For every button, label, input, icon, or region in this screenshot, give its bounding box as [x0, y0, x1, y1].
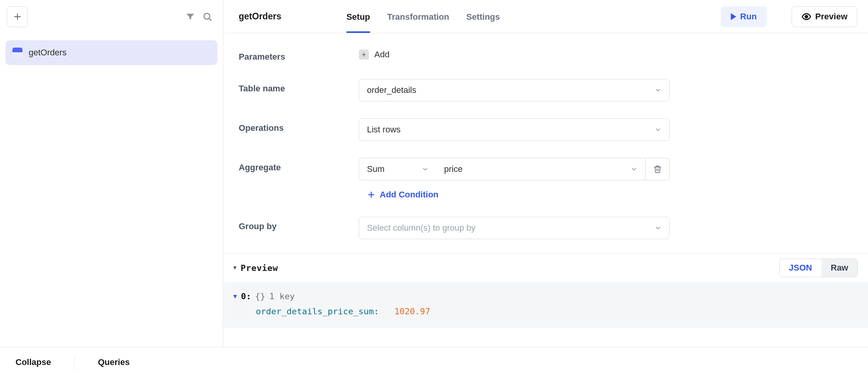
- chevron-down-icon: [422, 166, 429, 173]
- preview-header: ▼ Preview JSON Raw: [223, 254, 868, 282]
- plus-icon: [13, 12, 22, 21]
- tab-settings[interactable]: Settings: [466, 0, 500, 33]
- query-title: getOrders: [239, 11, 281, 22]
- aggregate-row: Sum price: [359, 158, 670, 180]
- json-value: 1020.97: [394, 307, 431, 316]
- groupby-label: Group by: [239, 217, 359, 231]
- json-braces: {}: [255, 291, 265, 301]
- plus-icon: [367, 191, 375, 199]
- eye-icon: [801, 12, 811, 22]
- operations-value: List rows: [367, 125, 401, 135]
- aggregate-label: Aggregate: [239, 158, 359, 173]
- filter-button[interactable]: [182, 8, 199, 25]
- preview-body: ▼ 0: {} 1 key order_details_price_sum: 1…: [223, 282, 868, 328]
- groupby-placeholder: Select column(s) to group by: [367, 223, 475, 233]
- triangle-down-icon: ▼: [233, 293, 237, 300]
- add-parameter-button[interactable]: + Add: [359, 50, 852, 60]
- datasource-icon: [12, 48, 22, 58]
- json-key: order_details_price_sum:: [256, 307, 379, 316]
- preview-raw-button[interactable]: Raw: [822, 259, 858, 277]
- operations-select[interactable]: List rows: [359, 118, 670, 141]
- run-label: Run: [740, 12, 757, 22]
- chevron-down-icon: [654, 224, 661, 231]
- table-name-value: order_details: [367, 85, 416, 95]
- table-name-select[interactable]: order_details: [359, 79, 670, 101]
- json-row[interactable]: ▼ 0: {} 1 key: [233, 291, 858, 301]
- delete-aggregate-button[interactable]: [646, 158, 670, 180]
- add-parameter-label: Add: [374, 50, 389, 60]
- groupby-select[interactable]: Select column(s) to group by: [359, 217, 670, 239]
- chevron-down-icon: [654, 126, 661, 133]
- json-kv: order_details_price_sum: 1020.97: [233, 301, 858, 316]
- queries-button[interactable]: Queries: [98, 357, 130, 367]
- svg-line-3: [209, 19, 211, 21]
- aggregate-function-select[interactable]: Sum: [359, 158, 436, 180]
- collapse-button[interactable]: Collapse: [16, 357, 51, 367]
- table-name-label: Table name: [239, 79, 359, 94]
- divider: [74, 355, 75, 370]
- query-list: getOrders: [0, 33, 223, 72]
- footer: Collapse Queries: [0, 347, 868, 377]
- setup-form: Parameters + Add Table name order_detail…: [223, 33, 868, 253]
- filter-icon: [185, 12, 195, 22]
- preview-label: Preview: [815, 12, 847, 22]
- add-condition-label: Add Condition: [380, 190, 439, 200]
- aggregate-function-value: Sum: [367, 164, 384, 174]
- preview-button[interactable]: Preview: [792, 6, 857, 27]
- json-key-count: 1 key: [269, 291, 295, 301]
- sidebar-toolbar: [0, 0, 223, 33]
- query-header: getOrders Setup Transformation Settings …: [223, 0, 868, 33]
- svg-point-4: [805, 15, 808, 18]
- preview-format-toggle: JSON Raw: [779, 259, 858, 277]
- triangle-down-icon: ▼: [233, 264, 237, 271]
- chevron-down-icon: [630, 166, 637, 173]
- chevron-down-icon: [654, 87, 661, 94]
- preview-collapse-toggle[interactable]: ▼ Preview: [233, 263, 278, 273]
- parameters-label: Parameters: [239, 47, 359, 62]
- aggregate-column-value: price: [444, 164, 463, 174]
- add-condition-button[interactable]: Add Condition: [359, 190, 852, 200]
- aggregate-column-select[interactable]: price: [436, 158, 646, 180]
- sidebar: getOrders: [0, 0, 223, 347]
- json-index: 0:: [241, 291, 251, 301]
- operations-label: Operations: [239, 118, 359, 133]
- main: getOrders Setup Transformation Settings …: [223, 0, 868, 347]
- tabs: Setup Transformation Settings: [346, 0, 500, 33]
- run-button[interactable]: Run: [721, 6, 767, 27]
- trash-icon: [653, 165, 662, 173]
- preview-json-button[interactable]: JSON: [780, 259, 822, 277]
- sidebar-item-getorders[interactable]: getOrders: [5, 40, 217, 65]
- preview-title: Preview: [241, 263, 278, 273]
- plus-icon: +: [359, 50, 369, 60]
- tab-transformation[interactable]: Transformation: [387, 0, 449, 33]
- sidebar-item-label: getOrders: [29, 48, 67, 58]
- play-icon: [731, 13, 736, 20]
- add-query-button[interactable]: [7, 6, 28, 27]
- tab-setup[interactable]: Setup: [346, 0, 370, 33]
- preview-section: ▼ Preview JSON Raw ▼ 0: {} 1 key: [223, 254, 868, 328]
- search-button[interactable]: [199, 8, 216, 25]
- search-icon: [202, 12, 212, 22]
